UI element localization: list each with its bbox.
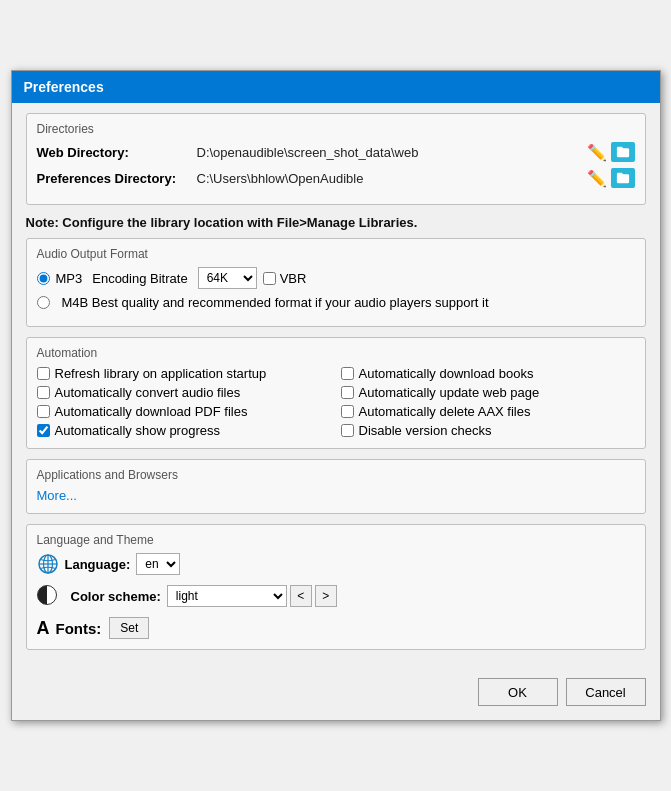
apps-browsers-section: Applications and Browsers More... (26, 459, 646, 514)
audio-output-section: Audio Output Format MP3 Encoding Bitrate… (26, 238, 646, 327)
automation-item: Automatically download books (341, 366, 635, 381)
mp3-row: MP3 Encoding Bitrate 64K 32K 48K 96K 128… (37, 267, 635, 289)
m4b-radio[interactable] (37, 296, 50, 309)
directories-section: Directories Web Directory: D:\openaudibl… (26, 113, 646, 205)
auto-download-books-checkbox[interactable] (341, 367, 354, 380)
m4b-row: M4B Best quality and recommended format … (37, 295, 635, 310)
color-scheme-next-btn[interactable]: > (315, 585, 337, 607)
language-theme-label: Language and Theme (37, 533, 635, 547)
automation-section: Automation Refresh library on applicatio… (26, 337, 646, 449)
disable-version-checks-label: Disable version checks (359, 423, 492, 438)
auto-delete-aax-checkbox[interactable] (341, 405, 354, 418)
auto-delete-aax-label: Automatically delete AAX files (359, 404, 531, 419)
preferences-dialog: Preferences Directories Web Directory: D… (11, 70, 661, 721)
title-bar: Preferences (12, 71, 660, 103)
bitrate-select[interactable]: 64K 32K 48K 96K 128K 192K 256K 320K (198, 267, 257, 289)
fonts-label-text: Fonts: (56, 620, 102, 637)
refresh-library-checkbox[interactable] (37, 367, 50, 380)
language-row: Language: en de fr es it ja zh (37, 553, 635, 575)
web-directory-value: D:\openaudible\screen_shot_data\web (197, 145, 579, 160)
note-text: Note: Configure the library location wit… (26, 215, 646, 230)
color-scheme-label: Color scheme: (71, 589, 161, 604)
web-directory-edit-icon[interactable]: ✏️ (587, 143, 607, 162)
dialog-title: Preferences (24, 79, 104, 95)
half-circle-icon (37, 585, 59, 607)
cancel-button[interactable]: Cancel (566, 678, 646, 706)
pref-directory-value: C:\Users\bhlow\OpenAudible (197, 171, 579, 186)
language-theme-section: Language and Theme Language: en (26, 524, 646, 650)
mp3-radio[interactable] (37, 272, 50, 285)
auto-download-books-label: Automatically download books (359, 366, 534, 381)
language-select[interactable]: en de fr es it ja zh (136, 553, 180, 575)
more-link[interactable]: More... (37, 488, 77, 503)
web-directory-row: Web Directory: D:\openaudible\screen_sho… (37, 142, 635, 162)
automation-item: Automatically convert audio files (37, 385, 331, 400)
m4b-label: M4B Best quality and recommended format … (62, 295, 489, 310)
fonts-set-button[interactable]: Set (109, 617, 149, 639)
pref-directory-label: Preferences Directory: (37, 171, 197, 186)
color-scheme-select[interactable]: light dark system (167, 585, 287, 607)
button-row: OK Cancel (12, 670, 660, 720)
automation-item: Automatically show progress (37, 423, 331, 438)
directories-label: Directories (37, 122, 635, 136)
color-scheme-row: Color scheme: light dark system < > (37, 585, 635, 607)
auto-update-web-checkbox[interactable] (341, 386, 354, 399)
auto-show-progress-checkbox[interactable] (37, 424, 50, 437)
mp3-label: MP3 (56, 271, 83, 286)
audio-output-label: Audio Output Format (37, 247, 635, 261)
auto-update-web-label: Automatically update web page (359, 385, 540, 400)
vbr-checkbox[interactable] (263, 272, 276, 285)
vbr-label: VBR (280, 271, 307, 286)
automation-grid: Refresh library on application startup A… (37, 366, 635, 438)
auto-convert-audio-checkbox[interactable] (37, 386, 50, 399)
pref-directory-row: Preferences Directory: C:\Users\bhlow\Op… (37, 168, 635, 188)
apps-browsers-label: Applications and Browsers (37, 468, 635, 482)
web-directory-folder-icon[interactable] (611, 142, 635, 162)
refresh-library-label: Refresh library on application startup (55, 366, 267, 381)
automation-item: Refresh library on application startup (37, 366, 331, 381)
dialog-body: Directories Web Directory: D:\openaudibl… (12, 103, 660, 670)
auto-download-pdf-label: Automatically download PDF files (55, 404, 248, 419)
globe-icon (37, 553, 59, 575)
disable-version-checks-checkbox[interactable] (341, 424, 354, 437)
color-scheme-prev-btn[interactable]: < (290, 585, 312, 607)
auto-convert-audio-label: Automatically convert audio files (55, 385, 241, 400)
auto-show-progress-label: Automatically show progress (55, 423, 220, 438)
automation-item: Automatically delete AAX files (341, 404, 635, 419)
encoding-bitrate-label: Encoding Bitrate (92, 271, 187, 286)
fonts-a-icon: A Fonts: (37, 618, 102, 639)
automation-item: Automatically update web page (341, 385, 635, 400)
automation-item: Disable version checks (341, 423, 635, 438)
language-label: Language: (65, 557, 131, 572)
automation-label: Automation (37, 346, 635, 360)
fonts-row: A Fonts: Set (37, 617, 635, 639)
auto-download-pdf-checkbox[interactable] (37, 405, 50, 418)
automation-item: Automatically download PDF files (37, 404, 331, 419)
web-directory-label: Web Directory: (37, 145, 197, 160)
pref-directory-folder-icon[interactable] (611, 168, 635, 188)
pref-directory-edit-icon[interactable]: ✏️ (587, 169, 607, 188)
ok-button[interactable]: OK (478, 678, 558, 706)
